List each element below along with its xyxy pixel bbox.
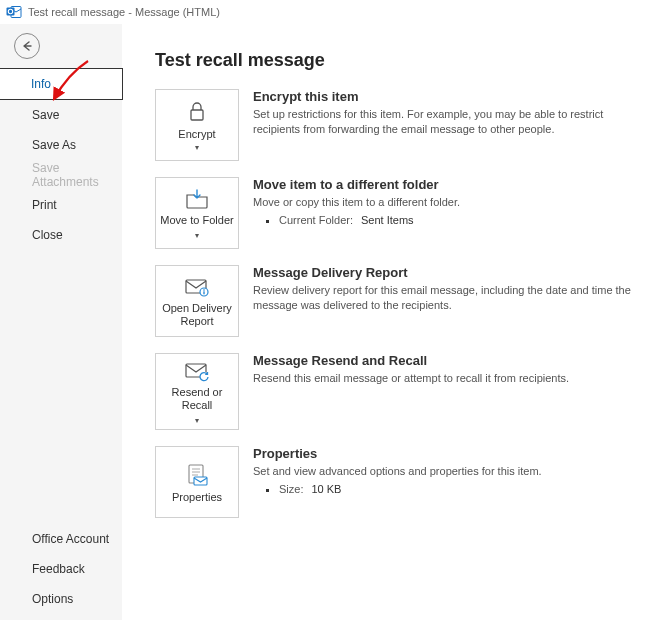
sidebar-item-label: Save Attachments — [32, 161, 122, 189]
envelope-info-icon — [183, 276, 211, 298]
section-body: Review delivery report for this email me… — [253, 283, 634, 313]
section-body: Move or copy this item to a different fo… — [253, 195, 634, 210]
chevron-down-icon: ▾ — [195, 143, 199, 152]
move-to-folder-button[interactable]: Move to Folder▾ — [155, 177, 239, 249]
chevron-down-icon: ▾ — [195, 231, 199, 240]
section-move: Move to Folder▾ Move item to a different… — [155, 177, 634, 249]
section-body: Resend this email message or attempt to … — [253, 371, 634, 386]
sidebar-item-print[interactable]: Print — [0, 190, 122, 220]
detail-value: Sent Items — [361, 214, 414, 226]
envelope-refresh-icon — [183, 360, 211, 382]
outlook-icon — [6, 4, 22, 20]
back-arrow-icon — [20, 39, 34, 53]
window-title: Test recall message - Message (HTML) — [28, 6, 220, 18]
sidebar-item-save-as[interactable]: Save As — [0, 130, 122, 160]
main-panel: Test recall message Encrypt ▾ Encrypt th… — [123, 24, 650, 620]
section-title: Message Delivery Report — [253, 265, 634, 280]
section-title: Move item to a different folder — [253, 177, 634, 192]
sidebar-nav: Info Save Save As Save Attachments Print… — [0, 68, 122, 250]
folder-move-icon — [184, 188, 210, 210]
sidebar-item-label: Feedback — [32, 562, 85, 576]
sidebar-item-save-attachments: Save Attachments — [0, 160, 122, 190]
sidebar-item-label: Options — [32, 592, 73, 606]
encrypt-button[interactable]: Encrypt ▾ — [155, 89, 239, 161]
chevron-down-icon: ▾ — [195, 416, 199, 425]
properties-icon — [184, 463, 210, 487]
tile-label: Open Delivery Report — [158, 302, 236, 327]
sidebar-item-office-account[interactable]: Office Account — [0, 524, 122, 554]
section-title: Properties — [253, 446, 634, 461]
sidebar-item-close[interactable]: Close — [0, 220, 122, 250]
svg-rect-7 — [203, 292, 204, 295]
sidebar-item-options[interactable]: Options — [0, 584, 122, 614]
svg-rect-1 — [7, 8, 15, 16]
section-delivery-report: Open Delivery Report Message Delivery Re… — [155, 265, 634, 337]
open-delivery-report-button[interactable]: Open Delivery Report — [155, 265, 239, 337]
sidebar-item-label: Save As — [32, 138, 76, 152]
section-resend-recall: Resend or Recall▾ Message Resend and Rec… — [155, 353, 634, 430]
svg-rect-3 — [191, 110, 203, 120]
detail-key: Current Folder: — [279, 214, 353, 226]
sidebar-item-info[interactable]: Info — [0, 68, 123, 100]
backstage-sidebar: Info Save Save As Save Attachments Print… — [0, 24, 123, 620]
section-body: Set and view advanced options and proper… — [253, 464, 634, 479]
tile-label: Encrypt — [178, 128, 215, 141]
resend-or-recall-button[interactable]: Resend or Recall▾ — [155, 353, 239, 430]
window-titlebar: Test recall message - Message (HTML) — [0, 0, 650, 24]
detail-key: Size: — [279, 483, 303, 495]
section-encrypt: Encrypt ▾ Encrypt this item Set up restr… — [155, 89, 634, 161]
sidebar-item-label: Close — [32, 228, 63, 242]
sidebar-item-label: Office Account — [32, 532, 109, 546]
sidebar-bottom: Office Account Feedback Options — [0, 524, 122, 620]
svg-rect-14 — [194, 477, 207, 485]
tile-label: Resend or Recall — [158, 386, 236, 411]
sidebar-item-label: Print — [32, 198, 57, 212]
tile-label: Move to Folder — [160, 214, 233, 227]
section-body: Set up restrictions for this item. For e… — [253, 107, 634, 137]
section-properties: Properties Properties Set and view advan… — [155, 446, 634, 518]
page-title: Test recall message — [155, 50, 634, 71]
lock-icon — [184, 100, 210, 124]
svg-rect-6 — [203, 290, 204, 291]
properties-button[interactable]: Properties — [155, 446, 239, 518]
back-button[interactable] — [14, 33, 40, 59]
sidebar-item-save[interactable]: Save — [0, 100, 122, 130]
section-title: Encrypt this item — [253, 89, 634, 104]
section-title: Message Resend and Recall — [253, 353, 634, 368]
sidebar-item-label: Save — [32, 108, 59, 122]
tile-label: Properties — [172, 491, 222, 504]
sidebar-item-label: Info — [31, 77, 51, 91]
sidebar-item-feedback[interactable]: Feedback — [0, 554, 122, 584]
detail-value: 10 KB — [311, 483, 341, 495]
